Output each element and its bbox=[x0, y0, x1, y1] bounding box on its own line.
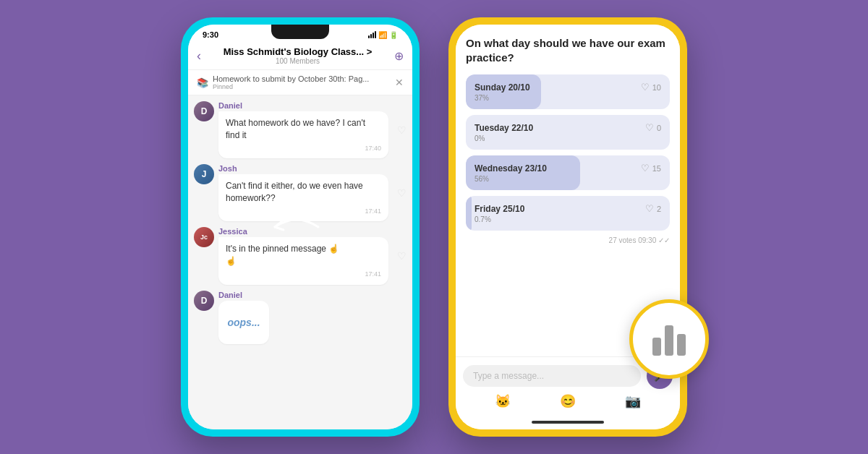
chat-header: ‹ Miss Schmidt's Biology Class... > 100 … bbox=[188, 42, 412, 70]
message-time-jessica: 17:41 bbox=[226, 270, 381, 279]
avatar-josh: J bbox=[194, 164, 214, 184]
poll-option-label-sunday: Sunday 20/10 bbox=[475, 82, 530, 93]
poll-option-content-friday: Friday 25/10 ♡ 2 bbox=[475, 203, 661, 214]
chat-messages: D Daniel What homework do we have? I can… bbox=[188, 95, 412, 429]
phones-container: 9:30 📶 🔋 ‹ Miss Schmidt's Biology Cla bbox=[181, 17, 687, 437]
status-icons-1: 📶 🔋 bbox=[368, 31, 398, 39]
chat-title-area: Miss Schmidt's Biology Class... > 100 Me… bbox=[207, 46, 388, 65]
avatar-daniel: D bbox=[194, 101, 214, 121]
poll-option-right-wednesday: ♡ 15 bbox=[641, 163, 661, 174]
gif-icon[interactable]: 😊 bbox=[560, 393, 576, 409]
avatar-daniel-2: D bbox=[194, 291, 214, 311]
poll-count-wednesday: 15 bbox=[652, 164, 661, 173]
message-input[interactable]: Type a message... bbox=[463, 365, 641, 387]
message-bubble-daniel: What homework do we have? I can't find i… bbox=[218, 111, 388, 158]
message-time-daniel: 17:40 bbox=[226, 144, 381, 153]
poll-percent-tuesday: 0% bbox=[475, 134, 661, 142]
poll-heart-tuesday: ♡ bbox=[645, 122, 654, 133]
home-indicator-2 bbox=[456, 415, 680, 429]
pinned-text-area: Homework to submit by October 30th: Pag.… bbox=[213, 74, 395, 90]
voice-bars bbox=[652, 323, 686, 356]
poll-option-content-tuesday: Tuesday 22/10 ♡ 0 bbox=[475, 122, 661, 133]
poll-option-right-sunday: ♡ 10 bbox=[641, 82, 661, 93]
poll-option-label-wednesday: Wednesday 23/10 bbox=[475, 163, 547, 174]
pinned-message-text: Homework to submit by October 30th: Pag.… bbox=[213, 74, 395, 83]
arrow-container bbox=[268, 205, 326, 252]
poll-percent-wednesday: 56% bbox=[475, 175, 661, 183]
poll-heart-wednesday: ♡ bbox=[641, 163, 650, 174]
pinned-icon: 📚 bbox=[197, 77, 208, 88]
poll-count-friday: 2 bbox=[657, 205, 661, 213]
voice-bar-3 bbox=[677, 334, 686, 356]
message-wrapper-daniel: Daniel What homework do we have? I can't… bbox=[218, 101, 388, 158]
poll-option-sunday[interactable]: Sunday 20/10 ♡ 10 37% bbox=[466, 74, 670, 109]
chat-title: Miss Schmidt's Biology Class... > bbox=[207, 46, 388, 57]
camera-icon[interactable]: 📷 bbox=[625, 393, 641, 409]
poll-option-right-tuesday: ♡ 0 bbox=[645, 122, 661, 133]
home-bar-2 bbox=[532, 421, 604, 424]
voice-bar-2 bbox=[665, 325, 673, 356]
sender-name-josh: Josh bbox=[218, 164, 388, 173]
back-button[interactable]: ‹ bbox=[197, 48, 201, 64]
voice-circle-button[interactable] bbox=[629, 299, 709, 379]
poll-heart-friday: ♡ bbox=[645, 203, 654, 214]
poll-option-wednesday[interactable]: Wednesday 23/10 ♡ 15 56% bbox=[466, 155, 670, 190]
phone2-frame: On what day should we have our exam prac… bbox=[448, 17, 687, 437]
poll-percent-sunday: 37% bbox=[475, 94, 661, 102]
voice-bar-1 bbox=[652, 338, 661, 356]
poll-option-label-tuesday: Tuesday 22/10 bbox=[475, 123, 533, 133]
status-bar-1: 9:30 📶 🔋 bbox=[188, 25, 412, 42]
add-member-button[interactable]: ⊕ bbox=[394, 49, 404, 63]
poll-question: On what day should we have our exam prac… bbox=[466, 36, 670, 64]
poll-option-tuesday[interactable]: Tuesday 22/10 ♡ 0 0% bbox=[466, 115, 670, 150]
pinned-label: Pinned bbox=[213, 83, 395, 90]
sender-name-daniel: Daniel bbox=[218, 101, 388, 110]
heart-button-jessica[interactable]: ♡ bbox=[397, 250, 407, 262]
poll-option-content-wednesday: Wednesday 23/10 ♡ 15 bbox=[475, 163, 661, 174]
sticker-bubble: oops... bbox=[218, 301, 269, 344]
poll-heart-sunday: ♡ bbox=[641, 82, 650, 93]
heart-button-daniel[interactable]: ♡ bbox=[397, 124, 407, 136]
poll-option-label-friday: Friday 25/10 bbox=[475, 204, 524, 214]
emoji-icon[interactable]: 🐱 bbox=[495, 393, 511, 409]
avatar-jessica: Jc bbox=[194, 227, 214, 247]
heart-button-josh[interactable]: ♡ bbox=[397, 187, 407, 199]
poll-count-sunday: 10 bbox=[652, 83, 661, 92]
sticker-row-daniel: D Daniel oops... bbox=[194, 291, 407, 344]
input-icons-row: 🐱 😊 📷 bbox=[463, 393, 673, 409]
poll-count-tuesday: 0 bbox=[657, 124, 661, 132]
poll-option-content-sunday: Sunday 20/10 ♡ 10 bbox=[475, 82, 661, 93]
pinned-message-bar[interactable]: 📚 Homework to submit by October 30th: Pa… bbox=[188, 70, 412, 95]
chat-subtitle: 100 Members bbox=[207, 57, 388, 65]
poll-option-friday[interactable]: Friday 25/10 ♡ 2 0.7% bbox=[466, 196, 670, 231]
voice-overlay bbox=[629, 299, 709, 379]
pinned-close-button[interactable]: ✕ bbox=[395, 77, 404, 88]
poll-percent-friday: 0.7% bbox=[475, 215, 661, 223]
sender-name-daniel-2: Daniel bbox=[218, 291, 269, 299]
status-time-1: 9:30 bbox=[203, 30, 218, 39]
signal-icon bbox=[368, 31, 376, 38]
battery-icon: 🔋 bbox=[389, 31, 398, 39]
sticker-wrapper: Daniel oops... bbox=[218, 291, 269, 344]
poll-footer: 27 votes 09:30 ✓✓ bbox=[466, 236, 670, 244]
poll-option-right-friday: ♡ 2 bbox=[645, 203, 661, 214]
wifi-icon: 📶 bbox=[378, 31, 387, 39]
message-row-daniel: D Daniel What homework do we have? I can… bbox=[194, 101, 407, 158]
